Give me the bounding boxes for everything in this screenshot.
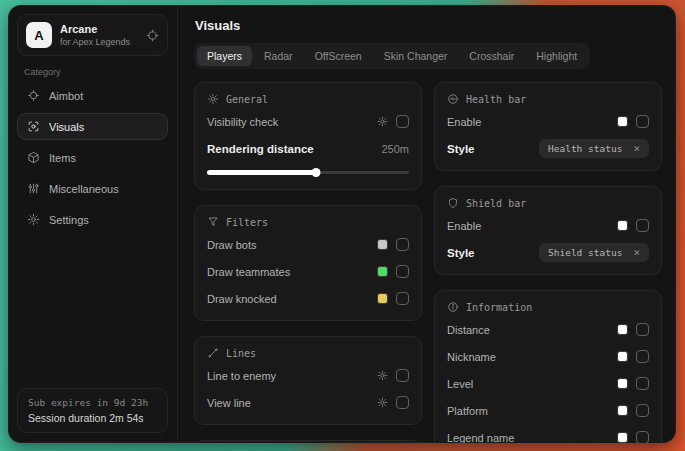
line-to-enemy-checkbox[interactable] — [396, 369, 409, 382]
brand-text: Arcane for Apex Legends — [60, 23, 130, 47]
close-icon[interactable]: × — [633, 247, 640, 258]
color-swatch[interactable] — [617, 116, 628, 127]
setting-row: Enable — [447, 111, 649, 132]
setting-row: Nickname — [447, 346, 649, 367]
card-box: Box Enable Enable background — [194, 440, 422, 443]
card-lines: Lines Line to enemy View line — [194, 336, 422, 425]
slider-thumb[interactable] — [312, 168, 321, 177]
gear-icon[interactable] — [377, 116, 388, 127]
shield-style-label: Style — [447, 247, 475, 259]
sidebar-item-label: Miscellaneous — [49, 183, 119, 195]
draw-bots-label: Draw bots — [207, 239, 257, 251]
card-header: Information — [447, 301, 649, 313]
level-label: Level — [447, 378, 473, 390]
rendering-distance-value: 250m — [381, 143, 409, 155]
sun-icon — [207, 93, 219, 105]
shield-enable-checkbox[interactable] — [636, 219, 649, 232]
sidebar-item-miscellaneous[interactable]: Miscellaneous — [17, 175, 168, 202]
card-health-bar: Health bar Enable Style Health status — [434, 82, 662, 171]
crosshair-icon — [27, 89, 40, 102]
right-column: Health bar Enable Style Health status — [434, 82, 662, 443]
page-title: Visuals — [195, 18, 662, 33]
sidebar-item-settings[interactable]: Settings — [17, 206, 168, 233]
sidebar-item-label: Items — [49, 152, 76, 164]
setting-row: Style Health status × — [447, 138, 649, 159]
gear-icon[interactable] — [377, 397, 388, 408]
draw-teammates-checkbox[interactable] — [396, 265, 409, 278]
nickname-checkbox[interactable] — [636, 350, 649, 363]
draw-knocked-label: Draw knocked — [207, 293, 277, 305]
health-enable-checkbox[interactable] — [636, 115, 649, 128]
draw-bots-checkbox[interactable] — [396, 238, 409, 251]
distance-label: Distance — [447, 324, 490, 336]
level-checkbox[interactable] — [636, 377, 649, 390]
health-icon — [447, 93, 459, 105]
card-title: General — [226, 94, 268, 105]
setting-row: Enable — [447, 215, 649, 236]
color-swatch[interactable] — [377, 293, 388, 304]
color-swatch[interactable] — [617, 405, 628, 416]
tab-highlight[interactable]: Highlight — [526, 46, 587, 66]
draw-knocked-checkbox[interactable] — [396, 292, 409, 305]
legend-name-label: Legend name — [447, 432, 514, 444]
rendering-distance-label: Rendering distance — [207, 143, 314, 155]
legend-name-checkbox[interactable] — [636, 431, 649, 443]
sidebar-item-items[interactable]: Items — [17, 144, 168, 171]
sidebar-item-aimbot[interactable]: Aimbot — [17, 82, 168, 109]
slider-fill — [207, 170, 316, 175]
gear-icon[interactable] — [377, 370, 388, 381]
color-swatch[interactable] — [617, 220, 628, 231]
visibility-check-label: Visibility check — [207, 116, 278, 128]
settings-columns: General Visibility check Rendering dista… — [194, 82, 662, 443]
close-icon[interactable]: × — [633, 143, 640, 154]
setting-row: Rendering distance 250m — [207, 138, 409, 159]
left-column: General Visibility check Rendering dista… — [194, 82, 422, 443]
sidebar-item-visuals[interactable]: Visuals — [17, 113, 168, 140]
cube-icon — [27, 151, 40, 164]
sidebar-item-label: Settings — [49, 214, 89, 226]
setting-row: Legend name — [447, 427, 649, 443]
setting-row: Style Shield status × — [447, 242, 649, 263]
setting-row: Level — [447, 373, 649, 394]
card-filters: Filters Draw bots Draw teammates — [194, 205, 422, 321]
app-name: Arcane — [60, 23, 130, 35]
card-header: Filters — [207, 216, 409, 228]
tab-offscreen[interactable]: OffScreen — [305, 46, 372, 66]
shield-style-select[interactable]: Shield status × — [539, 243, 649, 262]
tab-radar[interactable]: Radar — [254, 46, 303, 66]
app-subtitle: for Apex Legends — [60, 37, 130, 47]
visibility-check-checkbox[interactable] — [396, 115, 409, 128]
health-style-select[interactable]: Health status × — [539, 139, 649, 158]
nickname-label: Nickname — [447, 351, 496, 363]
desktop-background: A Arcane for Apex Legends Category Aimbo… — [0, 0, 685, 451]
card-title: Health bar — [466, 94, 526, 105]
target-icon[interactable] — [146, 29, 159, 42]
card-header: Lines — [207, 347, 409, 359]
tab-bar: Players Radar OffScreen Skin Changer Cro… — [194, 43, 590, 69]
setting-row: Draw knocked — [207, 288, 409, 309]
view-line-checkbox[interactable] — [396, 396, 409, 409]
app-logo: A — [26, 22, 52, 48]
color-swatch[interactable] — [617, 324, 628, 335]
platform-label: Platform — [447, 405, 488, 417]
tab-players[interactable]: Players — [197, 46, 252, 66]
health-style-value: Health status — [548, 143, 622, 154]
line-to-enemy-label: Line to enemy — [207, 370, 276, 382]
card-title: Information — [466, 302, 532, 313]
color-swatch[interactable] — [377, 239, 388, 250]
card-header: Shield bar — [447, 197, 649, 209]
platform-checkbox[interactable] — [636, 404, 649, 417]
distance-checkbox[interactable] — [636, 323, 649, 336]
color-swatch[interactable] — [617, 351, 628, 362]
color-swatch[interactable] — [617, 432, 628, 443]
setting-row: Distance — [447, 319, 649, 340]
tab-skin-changer[interactable]: Skin Changer — [374, 46, 458, 66]
color-swatch[interactable] — [617, 378, 628, 389]
tab-crosshair[interactable]: Crosshair — [459, 46, 524, 66]
sliders-icon — [27, 182, 40, 195]
sidebar: A Arcane for Apex Legends Category Aimbo… — [8, 5, 178, 443]
sidebar-item-label: Visuals — [49, 121, 84, 133]
main-content: Visuals Players Radar OffScreen Skin Cha… — [178, 5, 676, 443]
color-swatch[interactable] — [377, 266, 388, 277]
rendering-distance-slider[interactable] — [207, 167, 409, 178]
